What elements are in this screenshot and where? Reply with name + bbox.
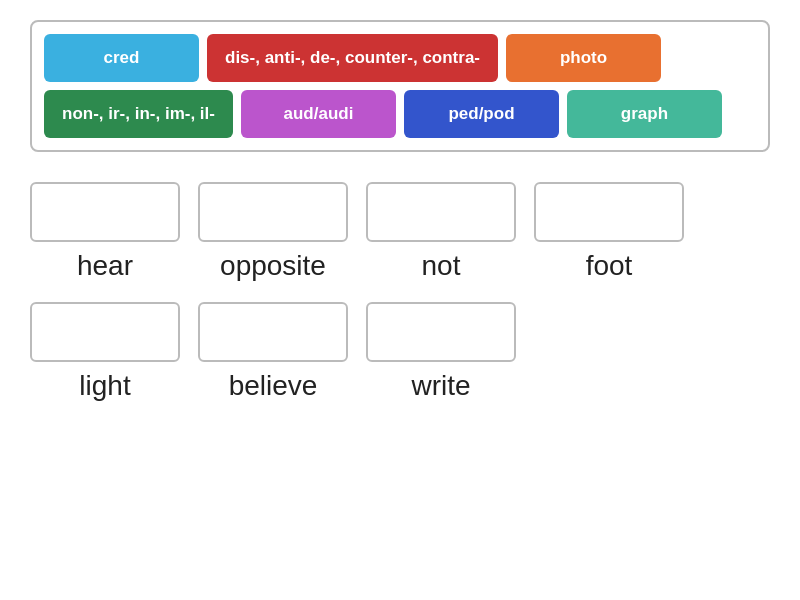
- drop-box-write[interactable]: [366, 302, 516, 362]
- tile-aud[interactable]: aud/audi: [241, 90, 396, 138]
- word-row-0: hearoppositenotfoot: [30, 182, 770, 282]
- word-item-write: write: [366, 302, 516, 402]
- word-label-believe: believe: [229, 370, 318, 402]
- words-section: hearoppositenotfootlightbelievewrite: [30, 182, 770, 402]
- tile-dis[interactable]: dis-, anti-, de-, counter-, contra-: [207, 34, 498, 82]
- word-item-light: light: [30, 302, 180, 402]
- word-label-foot: foot: [586, 250, 633, 282]
- tile-cred[interactable]: cred: [44, 34, 199, 82]
- main-container: creddis-, anti-, de-, counter-, contra-p…: [0, 0, 800, 422]
- tile-ped[interactable]: ped/pod: [404, 90, 559, 138]
- word-item-foot: foot: [534, 182, 684, 282]
- tile-non[interactable]: non-, ir-, in-, im-, il-: [44, 90, 233, 138]
- word-item-not: not: [366, 182, 516, 282]
- tile-graph[interactable]: graph: [567, 90, 722, 138]
- tiles-wrapper: creddis-, anti-, de-, counter-, contra-p…: [30, 20, 770, 152]
- word-label-opposite: opposite: [220, 250, 326, 282]
- drop-box-hear[interactable]: [30, 182, 180, 242]
- word-label-write: write: [411, 370, 470, 402]
- drop-box-light[interactable]: [30, 302, 180, 362]
- drop-box-opposite[interactable]: [198, 182, 348, 242]
- word-label-not: not: [422, 250, 461, 282]
- drop-box-not[interactable]: [366, 182, 516, 242]
- word-label-light: light: [79, 370, 130, 402]
- word-item-hear: hear: [30, 182, 180, 282]
- word-item-believe: believe: [198, 302, 348, 402]
- word-label-hear: hear: [77, 250, 133, 282]
- drop-box-believe[interactable]: [198, 302, 348, 362]
- drop-box-foot[interactable]: [534, 182, 684, 242]
- word-row-1: lightbelievewrite: [30, 302, 770, 402]
- word-item-opposite: opposite: [198, 182, 348, 282]
- tile-photo[interactable]: photo: [506, 34, 661, 82]
